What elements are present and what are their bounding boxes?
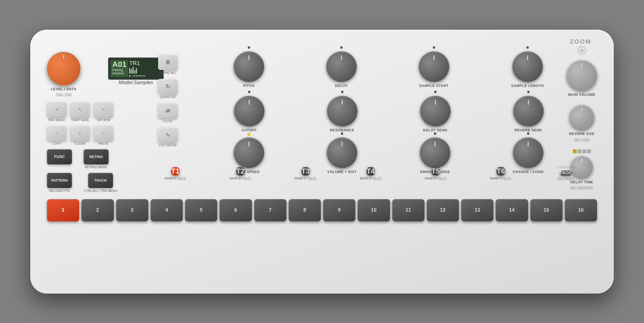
quantize-btn[interactable]: ↻ QUANTIZE — [158, 79, 178, 99]
step-btn-5[interactable]: 5 — [185, 199, 217, 221]
reverb-tone-label: REV TONE — [574, 138, 590, 141]
reverb-size-label: REVERB SIZE — [569, 132, 595, 136]
main-volume-knob[interactable] — [566, 60, 597, 91]
chance-cond-knob[interactable] — [513, 137, 543, 168]
swing-all-btn[interactable]: ≣ SWING ALL — [158, 55, 178, 74]
main-volume-label: MAIN VOLUME — [568, 92, 595, 97]
reverb-send-knob[interactable] — [513, 96, 544, 126]
step-btn-2[interactable]: 2 — [81, 199, 114, 221]
track-t4-btn[interactable]: T4 — [366, 167, 375, 176]
track-t5-btn[interactable]: T5 — [431, 167, 440, 176]
decay-label: DECAY — [335, 84, 348, 88]
delay-time-label: DELAY TIME — [570, 180, 593, 184]
paste-btn[interactable]: □ PASTE — [94, 126, 113, 145]
brand-label: ZOOM — [570, 38, 591, 45]
main-volume-group: MAIN VOLUME — [566, 60, 597, 97]
step-btn-13[interactable]: 13 — [461, 199, 493, 221]
volume-dist-led — [341, 132, 343, 135]
step-btn-11[interactable]: 11 — [392, 199, 425, 221]
track-t6-btn[interactable]: T6 — [496, 167, 505, 176]
reverb-size-group: REVERB SIZE REV TONE — [569, 105, 595, 141]
btn-row-2: ○ COPY ▷ CLEAR □ PASTE — [47, 126, 118, 145]
delay-send-knob[interactable] — [420, 96, 451, 126]
level-sublabel: TRIG / PAN — [56, 93, 71, 96]
sample-length-knob[interactable] — [512, 51, 543, 82]
temp-save-btn[interactable]: 🔧 TEMP SAVE — [70, 102, 90, 122]
cutoff-knob[interactable] — [234, 96, 264, 126]
swing-nudge-knob[interactable] — [420, 137, 450, 168]
copy-btn[interactable]: ○ COPY — [47, 126, 66, 145]
resonance-group: RESONANCE — [327, 91, 358, 132]
step-btn-3[interactable]: 3 — [116, 199, 148, 221]
step-btn-7[interactable]: 7 — [254, 199, 286, 221]
device: ZOOM LEVEL / DATA TRIG / PAN A01 Faking … — [30, 30, 614, 294]
delay-send-group: DELAY SEND — [420, 91, 451, 132]
track-t2-btn[interactable]: T2 — [236, 167, 244, 176]
step-btn-9[interactable]: 9 — [323, 199, 355, 221]
sample-length-led — [526, 46, 529, 49]
decay-group: DECAY — [326, 46, 357, 88]
cutoff-label: CUTOFF — [241, 128, 257, 132]
lfo-speed-knob[interactable] — [234, 137, 264, 168]
volume-dist-knob[interactable] — [327, 137, 357, 168]
step-btn-8[interactable]: 8 — [289, 199, 321, 221]
track-t1-sub: BANK A / MUTE — [165, 177, 186, 180]
track-t1-btn[interactable]: T1 — [171, 167, 179, 176]
track-t2-wrap: T2 BANK B / MUTE — [209, 167, 271, 180]
sample-length-label: SAMPLE LENGTH — [511, 84, 544, 88]
lfo-setup-btn[interactable]: ∿ LFO SETUP — [158, 127, 178, 147]
step-btn-12[interactable]: 12 — [427, 199, 459, 221]
reverb-size-knob[interactable] — [569, 105, 594, 130]
step-btn-4[interactable]: 4 — [151, 199, 183, 221]
page-ind-2 — [578, 149, 581, 153]
track-t5-wrap: T5 BANK E / MUTE — [405, 167, 467, 180]
click-btn[interactable]: ⇄ CLICK — [158, 103, 178, 123]
pitch-led — [248, 46, 250, 49]
resonance-led — [341, 91, 343, 93]
resonance-label: RESONANCE — [330, 128, 355, 132]
pad-menu-btn[interactable]: ↩ PAD MENU — [47, 102, 66, 122]
resonance-knob[interactable] — [327, 96, 358, 126]
track-t5-sub: BANK E / MUTE — [425, 177, 446, 180]
track-t4-wrap: T4 BANK D / MUTE — [340, 167, 402, 180]
reverb-send-group: REVERB SEND — [513, 91, 544, 132]
level-label: LEVEL / DATA — [51, 87, 77, 91]
page-btn-wrap: 1:4 2:4 3:4 4:4 PAGE FILL / SCALE — [535, 166, 597, 180]
step-btn-6[interactable]: 6 — [219, 199, 252, 221]
sample-length-group: SAMPLE LENGTH — [511, 46, 544, 88]
track-t1-wrap: T1 BANK A / MUTE — [144, 167, 206, 180]
step-btn-15[interactable]: 15 — [530, 199, 563, 221]
cutoff-group: CUTOFF — [234, 91, 264, 132]
page-ind-1 — [573, 149, 577, 153]
pitch-knob[interactable] — [234, 51, 264, 82]
sample-start-knob[interactable] — [419, 51, 449, 82]
track-t3-wrap: T3 BANK C / MUTE — [274, 167, 337, 180]
step-btn-14[interactable]: 14 — [496, 199, 528, 221]
power-button[interactable]: ⏻ — [578, 46, 586, 55]
sample-start-label: SAMPLE START — [419, 84, 449, 88]
reverb-send-label: REVERB SEND — [515, 128, 542, 132]
reverb-send-led — [527, 91, 530, 93]
track-t4-sub: BANK D / MUTE — [360, 177, 381, 180]
decay-knob[interactable] — [326, 51, 357, 82]
track-buttons-row: T1 BANK A / MUTE T2 BANK B / MUTE T3 BAN… — [47, 166, 597, 180]
sample-start-led — [433, 46, 435, 49]
tap-bpm-btn[interactable]: ✂ TAP BPM — [94, 102, 113, 122]
display-bars — [129, 67, 146, 74]
model-label: Model:Samples — [108, 80, 164, 86]
step-btn-16[interactable]: 16 — [565, 199, 597, 221]
delay-send-led — [434, 91, 436, 93]
pitch-group: PITCH — [234, 46, 264, 88]
display-area: A01 Faking Skybox TR1 ▶ ●●●●●●●● Model:S… — [86, 57, 164, 86]
page-btn[interactable]: PAGE — [560, 171, 572, 176]
lfo-led — [248, 133, 250, 136]
track-t3-btn[interactable]: T3 — [301, 167, 310, 176]
level-data-knob[interactable] — [47, 52, 80, 85]
track-t6-sub: BANK F / MUTE — [490, 177, 511, 180]
track-t6-wrap: T6 BANK F / MUTE — [470, 167, 532, 180]
step-btn-1[interactable]: 1 — [47, 199, 79, 221]
utility-area: ≣ SWING ALL ↻ QUANTIZE ⇄ CLICK ∿ LFO SET… — [158, 55, 178, 147]
step-btn-10[interactable]: 10 — [358, 199, 390, 221]
clear-btn[interactable]: ▷ CLEAR — [70, 126, 90, 145]
chance-cond-led — [527, 132, 529, 135]
